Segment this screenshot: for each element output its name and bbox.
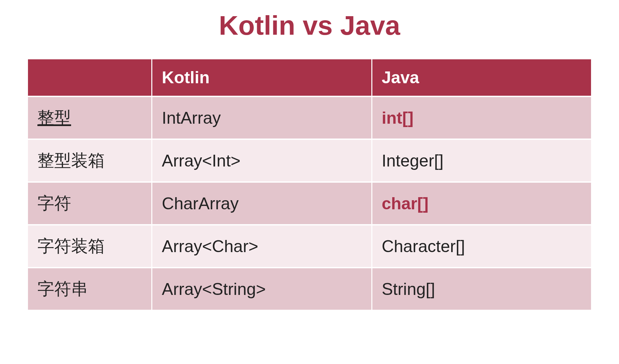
row-kotlin: Array<Int> — [152, 140, 371, 181]
table-header-row: Kotlin Java — [28, 59, 591, 96]
row-kotlin: Array<String> — [152, 268, 371, 310]
row-label: 整型 — [37, 108, 71, 127]
row-label: 字符串 — [28, 268, 151, 310]
row-java: Integer[] — [372, 140, 591, 181]
comparison-table: Kotlin Java 整型 IntArray int[] 整型装箱 Array… — [27, 58, 592, 311]
row-java: Character[] — [372, 225, 591, 267]
header-java: Java — [372, 59, 591, 96]
row-kotlin: IntArray — [152, 97, 371, 139]
table-row: 字符 CharArray char[] — [28, 183, 591, 224]
row-label: 字符 — [28, 183, 151, 224]
row-java: int[] — [382, 109, 413, 127]
row-kotlin: Array<Char> — [152, 225, 371, 267]
row-java: String[] — [372, 268, 591, 310]
page-title: Kotlin vs Java — [27, 10, 592, 41]
row-java: char[] — [382, 194, 429, 213]
row-label: 字符装箱 — [28, 225, 151, 267]
header-blank — [28, 59, 151, 96]
row-label: 整型装箱 — [28, 140, 151, 181]
table-row: 字符串 Array<String> String[] — [28, 268, 591, 310]
table-row: 整型装箱 Array<Int> Integer[] — [28, 140, 591, 181]
header-kotlin: Kotlin — [152, 59, 371, 96]
table-row: 整型 IntArray int[] — [28, 97, 591, 139]
table-row: 字符装箱 Array<Char> Character[] — [28, 225, 591, 267]
row-kotlin: CharArray — [152, 183, 371, 224]
